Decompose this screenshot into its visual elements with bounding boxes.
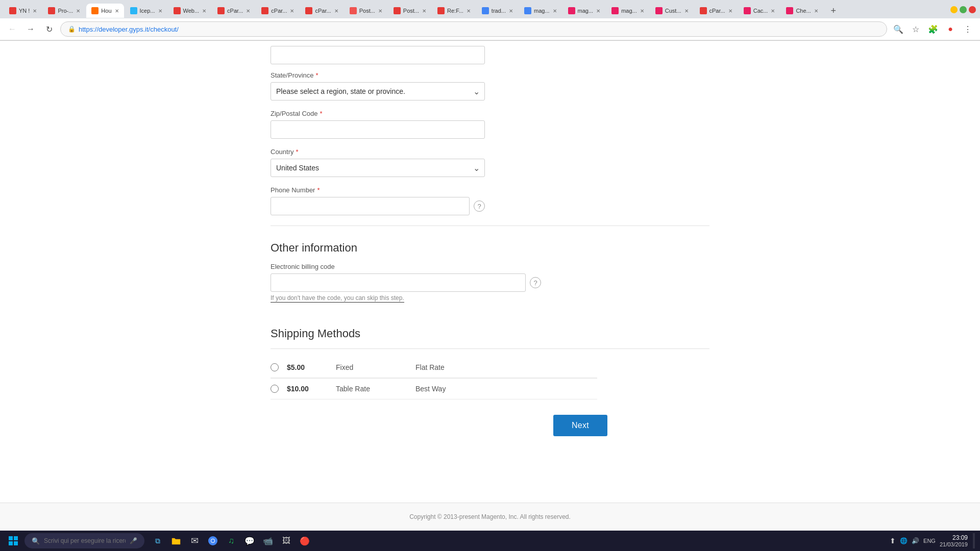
shipping-type-2: Table Rate: [336, 385, 407, 393]
bookmark-button[interactable]: ☆: [909, 22, 923, 36]
zoom-button[interactable]: 🔍: [891, 22, 905, 36]
billing-code-field: Electronic billing code ? If you don't h…: [271, 263, 709, 303]
address-bar[interactable]: 🔒 https://developer.gyps.it/checkout/: [60, 21, 887, 37]
billing-help-icon[interactable]: ?: [530, 277, 541, 288]
tab-close-6[interactable]: ✕: [246, 8, 250, 14]
tab-label-18: Cac...: [753, 8, 768, 14]
billing-hint-text: If you don't have the code, you can skip…: [271, 294, 404, 303]
billing-code-label: Electronic billing code: [271, 263, 709, 270]
tab-favicon-13: [524, 7, 531, 14]
phone-row: ?: [271, 197, 485, 215]
tab-favicon-4: [130, 7, 137, 14]
tab-1[interactable]: YN ! ✕: [4, 4, 42, 18]
tab-19[interactable]: Che... ✕: [781, 4, 823, 18]
tab-6[interactable]: cPar... ✕: [212, 4, 255, 18]
tab-close-17[interactable]: ✕: [728, 8, 732, 14]
tab-11[interactable]: Re:F... ✕: [432, 4, 476, 18]
state-province-select[interactable]: Please select a region, state or provinc…: [271, 82, 485, 101]
tab-17[interactable]: cPar... ✕: [695, 4, 738, 18]
tab-close-8[interactable]: ✕: [334, 8, 338, 14]
zip-postal-label: Zip/Postal Code *: [271, 110, 709, 117]
phone-number-input[interactable]: [271, 197, 470, 215]
shipping-option-2: $10.00 Table Rate Best Way: [271, 379, 597, 399]
tab-label-5: Web...: [183, 8, 200, 14]
tab-14[interactable]: mag... ✕: [563, 4, 606, 18]
minimize-button[interactable]: [950, 6, 958, 13]
tab-label-14: mag...: [578, 8, 594, 14]
tab-close-11[interactable]: ✕: [467, 8, 471, 14]
tab-label-9: Post...: [359, 8, 375, 14]
back-button[interactable]: ←: [5, 22, 19, 36]
shipping-options-table: $5.00 Fixed Flat Rate $10.00 Table Rate …: [271, 357, 597, 399]
tab-close-1[interactable]: ✕: [33, 8, 37, 14]
tab-3[interactable]: Hou ✕: [86, 4, 124, 18]
phone-number-field: Phone Number * ?: [271, 186, 709, 215]
shipping-methods-title: Shipping Methods: [271, 327, 709, 340]
tab-9[interactable]: Post... ✕: [345, 4, 387, 18]
tab-15[interactable]: mag... ✕: [606, 4, 649, 18]
tab-5[interactable]: Web... ✕: [168, 4, 212, 18]
tab-favicon-14: [568, 7, 575, 14]
tab-close-9[interactable]: ✕: [378, 8, 382, 14]
tab-13[interactable]: mag... ✕: [519, 4, 562, 18]
other-information-title: Other information: [271, 241, 709, 255]
tab-close-10[interactable]: ✕: [422, 8, 426, 14]
navigation-bar: ← → ↻ 🔒 https://developer.gyps.it/checko…: [0, 18, 980, 40]
phone-help-icon[interactable]: ?: [474, 201, 485, 212]
tab-bar: YN ! ✕ Pro-... ✕ Hou ✕ Icep... ✕ Web... …: [0, 0, 980, 18]
form-actions: Next: [271, 415, 607, 436]
forward-button[interactable]: →: [23, 22, 38, 36]
shipping-type-1: Fixed: [336, 363, 407, 371]
tab-favicon-8: [305, 7, 312, 14]
billing-code-input[interactable]: [271, 273, 526, 292]
url-text: https://developer.gyps.it/checkout/: [79, 26, 179, 33]
zip-postal-input[interactable]: [271, 120, 485, 139]
close-button[interactable]: [969, 6, 976, 13]
tab-close-2[interactable]: ✕: [76, 8, 80, 14]
tab-favicon-18: [744, 7, 751, 14]
tab-label-3: Hou: [101, 8, 111, 14]
new-tab-button[interactable]: +: [826, 4, 841, 18]
maximize-button[interactable]: [960, 6, 967, 13]
page-content: State/Province * Please select a region,…: [260, 41, 720, 457]
tab-7[interactable]: cPar... ✕: [256, 4, 299, 18]
shipping-methods-section: Shipping Methods $5.00 Fixed Flat Rate $…: [271, 327, 709, 399]
country-select-wrapper: United States Canada United Kingdom Aust…: [271, 159, 485, 177]
tab-close-19[interactable]: ✕: [814, 8, 818, 14]
tab-close-4[interactable]: ✕: [158, 8, 162, 14]
next-button[interactable]: Next: [553, 415, 607, 436]
shipping-option-1: $5.00 Fixed Flat Rate: [271, 357, 597, 378]
tab-close-18[interactable]: ✕: [771, 8, 775, 14]
state-province-label: State/Province *: [271, 71, 709, 79]
tab-label-1: YN !: [19, 8, 30, 14]
tab-close-5[interactable]: ✕: [202, 8, 206, 14]
tab-10[interactable]: Post... ✕: [388, 4, 431, 18]
shipping-radio-1[interactable]: [271, 363, 279, 371]
tab-18[interactable]: Cac... ✕: [739, 4, 780, 18]
tab-12[interactable]: trad... ✕: [477, 4, 518, 18]
shipping-radio-2[interactable]: [271, 385, 279, 393]
tab-close-13[interactable]: ✕: [553, 8, 557, 14]
reload-button[interactable]: ↻: [42, 22, 56, 36]
tab-label-11: Re:F...: [447, 8, 463, 14]
tab-close-14[interactable]: ✕: [596, 8, 600, 14]
tab-close-3[interactable]: ✕: [115, 8, 119, 14]
shipping-price-2: $10.00: [287, 385, 328, 393]
partial-text-input[interactable]: [271, 46, 485, 64]
state-province-select-wrapper: Please select a region, state or provinc…: [271, 82, 485, 101]
tab-16[interactable]: Cust... ✕: [650, 4, 694, 18]
tab-4[interactable]: Icep... ✕: [125, 4, 167, 18]
menu-button[interactable]: ⋮: [961, 22, 975, 36]
tab-2[interactable]: Pro-... ✕: [43, 4, 85, 18]
tab-label-7: cPar...: [271, 8, 287, 14]
tab-label-16: Cust...: [665, 8, 681, 14]
tab-close-15[interactable]: ✕: [640, 8, 644, 14]
tab-close-16[interactable]: ✕: [684, 8, 689, 14]
tab-close-7[interactable]: ✕: [290, 8, 294, 14]
tab-8[interactable]: cPar... ✕: [300, 4, 343, 18]
account-button[interactable]: ●: [943, 22, 958, 36]
state-province-field: State/Province * Please select a region,…: [271, 71, 709, 101]
tab-close-12[interactable]: ✕: [509, 8, 513, 14]
extensions-button[interactable]: 🧩: [926, 22, 940, 36]
country-select[interactable]: United States Canada United Kingdom Aust…: [271, 159, 485, 177]
